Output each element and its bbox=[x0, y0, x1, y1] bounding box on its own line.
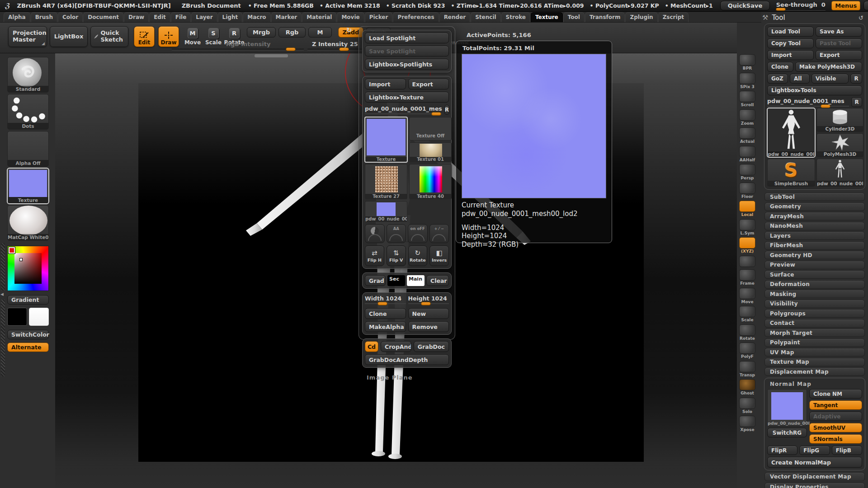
texture-clone-button[interactable]: Clone bbox=[365, 308, 406, 319]
texture-slot-40[interactable]: Texture 40 bbox=[409, 164, 452, 199]
normal-map-thumb[interactable]: pdw_00_nude_00l bbox=[767, 389, 807, 426]
menu-item[interactable]: Brush bbox=[31, 12, 57, 22]
menu-item[interactable]: Light bbox=[218, 12, 243, 22]
clear-button[interactable]: Clear bbox=[426, 275, 449, 286]
palette-section[interactable]: Displacement Map bbox=[764, 367, 865, 376]
menus-button[interactable]: Menus bbox=[831, 1, 860, 10]
palette-section[interactable]: NanoMesh bbox=[764, 222, 865, 230]
tool-slot-polymesh3d[interactable]: PolyMesh3D bbox=[816, 133, 863, 157]
gradient-sec-swatch[interactable]: Sec bbox=[387, 275, 405, 286]
projection-master-button[interactable]: Projection Master ◢ bbox=[8, 26, 47, 47]
draw-mode-button[interactable]: Draw bbox=[158, 26, 179, 47]
menu-item[interactable]: Render bbox=[439, 12, 471, 22]
main-color-swatch[interactable] bbox=[29, 308, 49, 326]
menu-item[interactable]: Layer bbox=[191, 12, 217, 22]
palette-section[interactable]: Geometry HD bbox=[764, 251, 865, 259]
palette-section[interactable]: Vector Displacement Map bbox=[764, 472, 865, 481]
texture-new-button[interactable]: New bbox=[408, 308, 449, 319]
menu-item[interactable]: Alpha bbox=[4, 12, 30, 22]
create-normalmap-button[interactable]: Create NormalMap bbox=[767, 457, 862, 468]
right-shelf-button[interactable]: Xpose bbox=[737, 416, 757, 432]
z-intensity-handle[interactable] bbox=[339, 47, 349, 51]
texture-select-handle[interactable] bbox=[431, 112, 441, 116]
menu-item[interactable]: Color bbox=[58, 12, 83, 22]
palette-section[interactable]: Morph Target bbox=[764, 328, 865, 337]
canvas-hscrollbar[interactable] bbox=[255, 54, 288, 57]
right-shelf-button[interactable]: Scroll bbox=[737, 91, 757, 107]
palette-section[interactable]: Layers bbox=[764, 231, 865, 240]
right-shelf-button[interactable]: Zoom bbox=[737, 109, 757, 126]
quicksave-button[interactable]: QuickSave bbox=[720, 1, 770, 10]
menu-item[interactable]: Edit bbox=[149, 12, 170, 22]
goz-button[interactable]: GoZ bbox=[767, 74, 788, 84]
save-spotlight-button[interactable]: Save Spotlight bbox=[365, 46, 449, 56]
see-through-handle[interactable] bbox=[776, 8, 786, 11]
current-texture-thumb[interactable]: Texture bbox=[7, 168, 49, 204]
palette-section[interactable]: Polypaint bbox=[764, 338, 865, 347]
color-picker[interactable] bbox=[7, 246, 49, 291]
height-handle[interactable] bbox=[421, 302, 431, 305]
gradient-main-swatch[interactable]: Main bbox=[407, 275, 425, 286]
default-zscript-button[interactable]: DefaultZScript bbox=[863, 1, 868, 10]
menu-item[interactable]: Tool bbox=[563, 12, 585, 22]
menu-item[interactable]: File bbox=[171, 12, 191, 22]
palette-section[interactable]: UV Map bbox=[764, 348, 865, 357]
tool-export-button[interactable]: Export bbox=[816, 50, 862, 60]
flip-g-button[interactable]: FlipG bbox=[799, 446, 830, 455]
cd-button[interactable]: Cd bbox=[365, 341, 378, 352]
tool-r-button[interactable]: R bbox=[851, 97, 862, 107]
flip-h-button[interactable]: ⇄Flip H bbox=[365, 245, 384, 266]
copy-tool-button[interactable]: Copy Tool bbox=[767, 38, 814, 48]
palette-section[interactable]: Contact bbox=[764, 319, 865, 328]
menu-item[interactable]: Preferences bbox=[393, 12, 439, 22]
right-shelf-button[interactable]: Move bbox=[737, 288, 757, 304]
color-picker-cursor[interactable] bbox=[19, 258, 23, 261]
menu-item[interactable]: Movie bbox=[337, 12, 364, 22]
flip-r-button[interactable]: FlipR bbox=[767, 446, 797, 455]
menu-item[interactable]: Marker bbox=[271, 12, 302, 22]
snormals-button[interactable]: SNormals bbox=[809, 434, 862, 444]
image-plane-section[interactable]: Image Plane bbox=[362, 371, 452, 381]
menu-refresh-icon[interactable]: ↻ bbox=[346, 26, 352, 34]
right-shelf-button[interactable]: Ghost bbox=[737, 379, 757, 395]
menu-item[interactable]: Document bbox=[83, 12, 123, 22]
texture-aa-dial[interactable]: AA bbox=[387, 224, 406, 243]
grad-button[interactable]: Grad bbox=[365, 275, 386, 286]
menu-item[interactable]: Picker bbox=[365, 12, 393, 22]
palette-section[interactable]: Surface bbox=[764, 270, 865, 279]
lightbox-button[interactable]: LightBox bbox=[50, 26, 88, 47]
crop-and-fill-button[interactable]: CropAndFill bbox=[381, 341, 411, 352]
right-shelf-button[interactable]: SPix 3 bbox=[737, 73, 757, 89]
clone-nm-button[interactable]: Clone NM bbox=[809, 389, 862, 399]
tool-slot-cylinder[interactable]: Cylinder3D bbox=[816, 108, 863, 132]
menu-item[interactable]: Stencil bbox=[471, 12, 500, 22]
right-shelf-button[interactable]: Floor bbox=[737, 183, 757, 199]
see-through-slider[interactable]: See-through 0 bbox=[773, 1, 828, 10]
right-shelf-button[interactable]: Scale bbox=[737, 306, 757, 322]
gradient-button[interactable]: Gradient bbox=[7, 295, 49, 305]
texture-width-slider[interactable]: Width 1024 bbox=[365, 295, 406, 304]
right-shelf-button[interactable]: Persp bbox=[737, 164, 757, 180]
menu-item[interactable]: Texture bbox=[531, 12, 563, 22]
quick-sketch-button[interactable]: Quick Sketch bbox=[90, 26, 128, 47]
move-mode-button[interactable]: M Move bbox=[184, 28, 202, 46]
menu-item[interactable]: Draw bbox=[124, 12, 149, 22]
right-shelf-button[interactable]: Solo bbox=[737, 398, 757, 414]
right-shelf-button[interactable]: Actual bbox=[737, 127, 757, 144]
palette-section[interactable]: Visibility bbox=[764, 300, 865, 308]
current-brush-thumb[interactable]: Standard bbox=[7, 57, 49, 93]
texture-slot-off[interactable]: Texture Off bbox=[409, 117, 452, 141]
rgb-intensity-slider[interactable] bbox=[172, 49, 304, 50]
load-spotlight-button[interactable]: Load Spotlight bbox=[365, 33, 449, 43]
invers-button[interactable]: ◧Invers bbox=[429, 245, 449, 266]
save-as-button[interactable]: Save As bbox=[816, 27, 862, 37]
texture-slot-current[interactable]: Texture bbox=[365, 117, 407, 162]
tray-divider-dots-2[interactable] bbox=[1, 300, 5, 376]
tray-divider-handle[interactable]: ◀ bbox=[0, 292, 4, 296]
texture-slot-01[interactable]: Texture 01 bbox=[409, 142, 452, 162]
lightbox-spotlights-button[interactable]: Lightbox▸Spotlights bbox=[365, 59, 449, 70]
rgb-button[interactable]: Rgb bbox=[278, 27, 306, 38]
tool-slot-current[interactable]: pdw_00_nude_00l bbox=[767, 108, 815, 157]
make-polymesh3d-button[interactable]: Make PolyMesh3D bbox=[795, 62, 862, 72]
current-stroke-thumb[interactable]: Dots bbox=[7, 94, 49, 130]
